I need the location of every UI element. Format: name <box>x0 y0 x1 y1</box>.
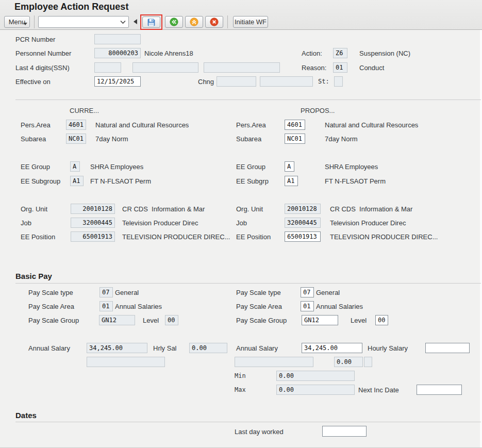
toolbar-separator <box>34 15 35 28</box>
back-icon <box>170 18 178 26</box>
current-subarea-label: Subarea <box>21 135 46 143</box>
current-pay-scale-area-field: 01 <box>99 301 113 311</box>
menu-button[interactable]: Menu <box>4 16 30 28</box>
proposed-pay-scale-type-field[interactable]: 07 <box>301 287 314 297</box>
current-level-field: 00 <box>165 315 178 325</box>
right-edge-strip <box>480 30 482 448</box>
current-ee-subgroup-field: A1 <box>70 176 84 186</box>
current-org-unit-label: Org. Unit <box>21 205 47 213</box>
current-ee-position-text: TELEVISION PRODUCER DIREC... <box>122 233 230 241</box>
proposed-subarea-field[interactable]: NC01 <box>285 134 305 144</box>
proposed-job-text: Television Producer Direc <box>330 219 406 227</box>
current-annual-salary-field: 34,245.00 <box>87 343 147 353</box>
back-button[interactable] <box>165 16 183 28</box>
current-annual-salary-label: Annual Salary <box>28 344 70 352</box>
proposed-hourly-salary-label: Hourly Salary <box>368 344 408 352</box>
proposed-pers-area-label: Pers.Area <box>236 121 266 129</box>
ssn-field-2 <box>132 62 198 73</box>
proposed-pers-area-field[interactable]: 4601 <box>285 120 305 130</box>
chng-field-2 <box>260 76 313 87</box>
proposed-org-unit-field: 20010128 <box>285 204 321 214</box>
reason-label: Reason: <box>302 64 326 72</box>
current-ee-group-field: A <box>70 161 80 172</box>
proposed-level-field[interactable]: 00 <box>375 315 388 325</box>
current-pers-area-text: Natural and Cultural Resources <box>95 121 189 129</box>
proposed-ee-group-label: EE Group <box>236 163 265 171</box>
last-day-worked-field[interactable] <box>322 426 367 437</box>
reason-text: Conduct <box>359 64 384 72</box>
current-column-header: CURRE... <box>70 107 99 114</box>
max-field: 0.00 <box>276 385 355 395</box>
current-pay-scale-area-text: Annual Salaries <box>115 303 162 310</box>
proposed-ee-group-text: SHRA Employees <box>325 163 378 171</box>
proposed-ee-subgroup-text: FT N-FLSAOT Perm <box>325 177 386 185</box>
current-pay-scale-type-text: General <box>115 289 139 296</box>
action-code-field: Z6 <box>333 48 347 58</box>
dates-heading: Dates <box>15 411 37 420</box>
proposed-org-unit-label: Org. Unit <box>236 205 263 213</box>
current-pay-scale-type-field: 07 <box>99 287 113 297</box>
initiate-wf-button[interactable]: Initiate WF <box>233 16 268 28</box>
current-pay-scale-group-field: GN12 <box>99 315 135 325</box>
current-ee-position-label: EE Position <box>21 233 55 241</box>
chevron-down-icon <box>120 20 126 24</box>
last-day-worked-label: Last day worked <box>235 428 284 436</box>
proposed-pay-scale-group-field[interactable]: GN12 <box>302 315 338 325</box>
collapse-left-icon[interactable] <box>134 19 137 24</box>
proposed-annual-salary-label: Annual Salary <box>236 344 278 352</box>
effective-on-field[interactable]: 12/15/2025 <box>94 76 141 87</box>
proposed-job-label: Job <box>236 219 247 227</box>
cancel-button[interactable] <box>205 16 223 28</box>
current-pay-scale-group-label: Pay Scale Group <box>28 317 79 324</box>
max-label: Max <box>235 386 246 393</box>
current-pers-area-label: Pers.Area <box>21 121 51 129</box>
current-ee-group-text: SHRA Employees <box>90 163 143 171</box>
proposed-column-header: PROPOS... <box>301 107 335 114</box>
current-subarea-text: 7day Norm <box>95 135 128 143</box>
current-job-field: 32000445 <box>71 218 115 228</box>
proposed-amount-field: 0.00 <box>334 357 363 367</box>
proposed-ee-subgroup-label: EE Subgrp <box>236 177 269 185</box>
proposed-ee-position-text: TELEVISION PRODUCER DIREC... <box>330 233 438 241</box>
proposed-ee-position-label: EE Position <box>236 233 271 241</box>
cancel-icon <box>210 18 219 26</box>
proposed-pay-scale-area-field[interactable]: 01 <box>301 301 314 311</box>
transaction-combobox[interactable] <box>38 16 129 28</box>
current-org-unit-field: 20010128 <box>71 204 115 214</box>
menu-dropdown-icon <box>23 23 27 25</box>
proposed-pay-scale-area-label: Pay Scale Area <box>236 303 282 310</box>
section-divider <box>15 99 481 100</box>
header-bar: Employee Action Request Menu <box>0 0 482 30</box>
proposed-ee-position-field[interactable]: 65001913 <box>285 231 321 242</box>
save-button[interactable] <box>142 16 160 28</box>
current-ee-position-field: 65001913 <box>71 231 115 242</box>
current-salary-extra-field <box>87 357 165 367</box>
proposed-hourly-salary-field[interactable] <box>425 343 470 353</box>
basic-pay-heading: Basic Pay <box>15 272 52 280</box>
action-text: Suspension (NC) <box>359 49 410 57</box>
dates-divider <box>15 422 481 422</box>
proposed-pay-scale-area-text: Annual Salaries <box>316 303 363 310</box>
save-icon <box>147 18 156 27</box>
current-pers-area-field: 4601 <box>66 120 86 130</box>
proposed-pay-scale-group-label: Pay Scale Group <box>236 317 287 324</box>
personnel-number-field: 80000203 <box>94 48 141 58</box>
proposed-amount-unit-field <box>364 357 372 367</box>
next-inc-date-field[interactable] <box>417 385 462 395</box>
effective-on-label: Effective on <box>15 78 51 86</box>
proposed-pay-scale-type-text: General <box>316 289 340 296</box>
current-hourly-salary-field: 0.00 <box>189 343 227 353</box>
st-field <box>334 76 343 87</box>
proposed-ee-subgroup-field[interactable]: A1 <box>285 176 298 186</box>
save-button-highlight <box>140 14 162 30</box>
basic-pay-divider <box>15 283 481 284</box>
up-button[interactable] <box>185 16 203 28</box>
employee-name: Nicole Ahrens18 <box>144 49 193 57</box>
initiate-wf-label: Initiate WF <box>235 18 267 26</box>
chng-field-1 <box>217 76 256 87</box>
proposed-job-field: 32000445 <box>285 218 321 228</box>
proposed-ee-group-field[interactable]: A <box>285 161 294 172</box>
proposed-org-unit-text: CR CDS Information & Mar <box>330 205 412 213</box>
action-label: Action: <box>302 49 322 57</box>
proposed-annual-salary-field[interactable]: 34,245.00 <box>302 343 362 353</box>
